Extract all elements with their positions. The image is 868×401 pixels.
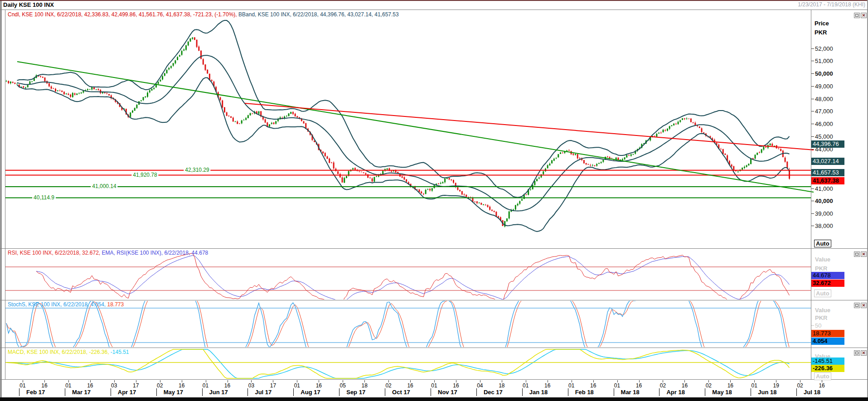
candle-body: [724, 154, 726, 155]
candle-body: [568, 150, 570, 151]
candle-body: [145, 97, 146, 97]
rsi-line: [36, 253, 789, 304]
candle-body: [515, 205, 516, 210]
restore-icon[interactable]: [854, 13, 860, 18]
candle-body: [750, 159, 752, 164]
candle-body: [579, 158, 580, 159]
candle-body: [536, 179, 538, 181]
candle-body: [759, 152, 760, 153]
trendline-green: [17, 62, 814, 192]
candle-body: [96, 90, 97, 90]
candle-body: [170, 66, 172, 68]
candle-body: [660, 133, 662, 133]
candle-body: [449, 178, 450, 179]
candle-body: [694, 123, 696, 125]
candle-body: [106, 93, 107, 93]
candle-body: [158, 82, 159, 84]
price-auto-button[interactable]: Auto: [814, 240, 831, 247]
candle-body: [421, 192, 422, 193]
candle-body: [387, 169, 388, 169]
candle-body: [679, 120, 681, 122]
chart-canvas[interactable]: [0, 0, 868, 401]
candle-body: [693, 122, 694, 123]
candle-body: [10, 82, 11, 83]
candle-body: [247, 115, 249, 118]
candle-body: [265, 119, 266, 122]
candle-body: [166, 70, 168, 73]
candle-body: [590, 165, 591, 165]
candle-body: [607, 156, 608, 157]
candle-body: [699, 126, 700, 128]
candle-body: [372, 179, 373, 182]
macd-auto-button[interactable]: Auto: [814, 372, 831, 380]
candle-body: [664, 130, 666, 130]
candle-body: [630, 154, 632, 155]
candle-body: [292, 112, 294, 114]
candle-body: [466, 195, 467, 197]
candle-body: [40, 76, 41, 77]
candle-body: [365, 173, 366, 174]
candle-body: [602, 160, 604, 162]
close-icon[interactable]: ✕: [861, 251, 867, 257]
candle-body: [70, 95, 71, 97]
candle-body: [742, 168, 743, 169]
candle-body: [333, 163, 335, 169]
candle-body: [525, 194, 527, 195]
candle-body: [543, 171, 544, 174]
candle-body: [442, 182, 443, 184]
candle-body: [108, 94, 110, 95]
candle-body: [577, 154, 578, 158]
rsi-auto-button[interactable]: Auto: [814, 290, 831, 297]
candle-body: [194, 37, 195, 40]
restore-icon[interactable]: [854, 251, 860, 257]
candle-body: [560, 153, 561, 154]
candle-body: [418, 189, 420, 192]
restore-icon[interactable]: [854, 350, 860, 356]
candle-body: [771, 144, 773, 146]
candle-body: [173, 63, 174, 66]
candle-body: [74, 93, 76, 95]
price-plot: [6, 20, 790, 232]
candle-body: [273, 122, 275, 124]
candle-body: [562, 153, 563, 153]
candle-body: [354, 168, 356, 170]
candle-body: [235, 121, 236, 121]
candle-body: [16, 84, 18, 84]
candle-body: [744, 167, 745, 168]
candle-body: [663, 130, 664, 132]
candle-body: [134, 108, 136, 111]
candle-body: [189, 39, 191, 42]
candle-body: [82, 91, 84, 93]
candle-body: [530, 189, 531, 190]
candle-body: [295, 114, 296, 116]
restore-icon[interactable]: [854, 303, 860, 308]
close-icon[interactable]: ✕: [861, 350, 867, 356]
candle-body: [44, 77, 45, 82]
candle-body: [78, 93, 80, 93]
candle-body: [417, 189, 418, 189]
candle-body: [149, 90, 150, 92]
candle-body: [250, 113, 251, 116]
candle-body: [746, 165, 747, 167]
candle-body: [534, 181, 535, 185]
candle-body: [464, 194, 465, 195]
candle-body: [237, 121, 238, 124]
candle-body: [151, 89, 152, 91]
candle-body: [177, 57, 178, 60]
candle-body: [8, 81, 9, 83]
close-icon[interactable]: ✕: [861, 303, 867, 308]
close-icon[interactable]: ✕: [861, 13, 867, 18]
candle-body: [476, 201, 478, 203]
candle-body: [453, 180, 454, 183]
candle-body: [519, 201, 520, 204]
candle-body: [583, 160, 585, 163]
candle-body: [624, 157, 626, 159]
candle-body: [765, 147, 766, 147]
candle-body: [66, 93, 67, 94]
candle-body: [632, 154, 634, 155]
candle-body: [63, 92, 65, 94]
candle-body: [667, 129, 668, 131]
candle-body: [329, 159, 330, 163]
stoch-plot: [6, 297, 790, 354]
candle-body: [147, 92, 148, 97]
